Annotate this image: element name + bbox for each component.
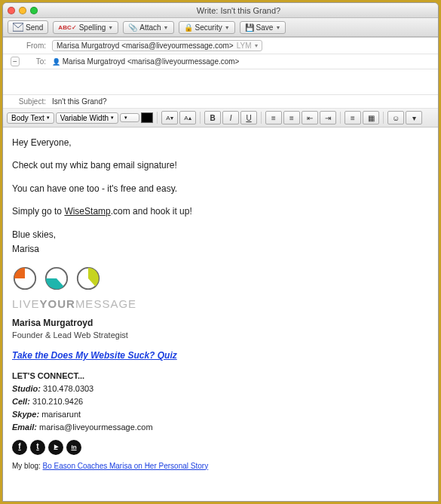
facebook-icon[interactable]: f xyxy=(12,440,27,455)
font-family-select[interactable]: Variable Width▾ xyxy=(56,112,118,124)
attach-label: Attach xyxy=(139,23,161,32)
align-button[interactable]: ≡ xyxy=(345,111,361,124)
paperclip-icon: 📎 xyxy=(128,23,137,32)
window-controls xyxy=(8,7,38,14)
more-button[interactable]: ▾ xyxy=(406,111,422,124)
main-toolbar: Send ABC✓ Spelling ▼ 📎 Attach ▼ 🔒 Securi… xyxy=(3,18,438,37)
to-field[interactable]: 👤 Marisa Murgatroyd <marisa@liveyourmess… xyxy=(52,57,430,66)
message-headers: From: Marisa Murgatroyd <marisa@liveyour… xyxy=(3,37,438,109)
underline-button[interactable]: U xyxy=(240,111,257,124)
body-line: Marisa xyxy=(12,243,429,256)
chevron-down-icon: ▼ xyxy=(164,25,169,30)
youtube-icon[interactable]: ▶ xyxy=(48,440,63,455)
italic-button[interactable]: I xyxy=(222,111,239,124)
from-value[interactable]: Marisa Murgatroyd <marisa@liveyourmessag… xyxy=(52,40,430,51)
linkedin-icon[interactable]: in xyxy=(66,440,81,455)
attach-button[interactable]: 📎 Attach ▼ xyxy=(123,21,173,34)
decrease-size-button[interactable]: A▾ xyxy=(161,111,178,124)
minimize-button[interactable] xyxy=(19,7,26,14)
security-label: Security xyxy=(195,23,222,32)
indent-button[interactable]: ⇥ xyxy=(320,111,336,124)
to-address: Marisa Murgatroyd <marisa@liveyourmessag… xyxy=(63,57,240,66)
security-button[interactable]: 🔒 Security ▼ xyxy=(179,21,235,34)
body-line: Blue skies, xyxy=(12,229,429,241)
from-address: Marisa Murgatroyd <marisa@liveyourmessag… xyxy=(57,41,234,50)
pie-icon-orange xyxy=(12,266,38,291)
email-address: marisa@liveyourmessage.com xyxy=(39,423,153,432)
emoji-button[interactable]: ☺ xyxy=(387,111,404,124)
social-icons: f t ▶ in xyxy=(12,440,429,455)
chevron-down-icon: ▼ xyxy=(225,25,230,30)
body-line: Simply go to WiseStamp.com and hook it u… xyxy=(12,205,429,218)
contact-icon: 👤 xyxy=(52,58,60,66)
zoom-button[interactable] xyxy=(30,7,38,14)
number-list-button[interactable]: ≡ xyxy=(283,111,300,124)
cell-label: Cell: xyxy=(12,397,30,406)
save-button[interactable]: 💾 Save ▼ xyxy=(240,21,286,34)
bold-button[interactable]: B xyxy=(204,111,221,124)
signature-role: Founder & Lead Web Strategist xyxy=(12,330,429,342)
to-row: − To: 👤 Marisa Murgatroyd <marisa@liveyo… xyxy=(3,54,438,69)
email-label: Email: xyxy=(12,423,37,432)
to-label: To: xyxy=(18,57,52,66)
send-icon xyxy=(13,23,23,32)
chevron-icon: ▾ xyxy=(111,115,114,121)
format-toolbar: Body Text▾ Variable Width▾ ▾ A▾ A▴ B I U… xyxy=(3,109,438,128)
message-body[interactable]: Hey Everyone, Check out my whiz bang ema… xyxy=(3,128,438,501)
font-size-select[interactable]: ▾ xyxy=(120,113,139,122)
quiz-link[interactable]: Take the Does My Website Suck? Quiz xyxy=(12,350,177,361)
send-button[interactable]: Send xyxy=(8,20,48,34)
body-line: Check out my whiz bang email signature! xyxy=(12,159,429,172)
chevron-down-icon: ▼ xyxy=(108,25,113,30)
blog-label: My blog: xyxy=(12,462,41,470)
bullet-list-button[interactable]: ≡ xyxy=(265,111,282,124)
connect-header: LET'S CONNECT... xyxy=(12,370,429,383)
lock-icon: 🔒 xyxy=(184,23,193,32)
twitter-icon[interactable]: t xyxy=(30,440,45,455)
titlebar: Write: Isn't this Grand? xyxy=(3,3,438,18)
blog-line: My blog: Bo Eason Coaches Marisa on Her … xyxy=(12,461,429,472)
close-button[interactable] xyxy=(8,7,15,14)
save-icon: 💾 xyxy=(245,23,254,32)
body-line: You can have one too - it's free and eas… xyxy=(12,183,429,195)
save-label: Save xyxy=(256,23,274,32)
from-row: From: Marisa Murgatroyd <marisa@liveyour… xyxy=(3,38,438,54)
recipient-spacer[interactable] xyxy=(3,69,438,95)
chevron-icon: ▾ xyxy=(47,115,50,121)
subject-label: Subject: xyxy=(11,97,52,106)
from-label: From: xyxy=(11,41,52,50)
contact-block: LET'S CONNECT... Studio: 310.478.0303 Ce… xyxy=(12,370,429,434)
cell-phone: 310.210.9426 xyxy=(32,397,83,406)
compose-window: Write: Isn't this Grand? Send ABC✓ Spell… xyxy=(2,2,439,502)
signature-name: Marisa Murgatroyd xyxy=(12,317,429,330)
insert-button[interactable]: ▦ xyxy=(363,111,379,124)
skype-label: Skype: xyxy=(12,410,39,419)
subject-field[interactable]: Isn't this Grand? xyxy=(52,97,430,106)
wisestamp-link[interactable]: WiseStamp xyxy=(64,206,110,217)
studio-phone: 310.478.0303 xyxy=(43,384,93,393)
body-line: Hey Everyone, xyxy=(12,137,429,149)
signature-logo xyxy=(12,266,429,291)
subject-row: Subject: Isn't this Grand? xyxy=(3,95,438,109)
pie-icon-teal xyxy=(44,266,69,291)
spelling-button[interactable]: ABC✓ Spelling ▼ xyxy=(53,21,118,34)
send-label: Send xyxy=(26,23,43,32)
spelling-label: Spelling xyxy=(79,23,106,32)
pie-icon-yellow xyxy=(75,266,101,291)
paragraph-style-select[interactable]: Body Text▾ xyxy=(7,112,54,124)
text-color-swatch[interactable] xyxy=(141,112,153,123)
chevron-down-icon: ▼ xyxy=(275,25,280,30)
studio-label: Studio: xyxy=(12,384,41,393)
chevron-down-icon: ▾ xyxy=(255,42,258,49)
from-account: LYM xyxy=(237,41,252,50)
outdent-button[interactable]: ⇤ xyxy=(302,111,318,124)
blog-link[interactable]: Bo Eason Coaches Marisa on Her Personal … xyxy=(43,462,209,470)
skype-name: marisarunt xyxy=(41,410,81,419)
brand-text: LIVEYOURMESSAGE xyxy=(12,296,429,312)
chevron-icon: ▾ xyxy=(124,115,127,121)
window-title: Write: Isn't this Grand? xyxy=(44,6,433,15)
increase-size-button[interactable]: A▴ xyxy=(179,111,196,124)
spellcheck-icon: ABC✓ xyxy=(58,24,76,31)
